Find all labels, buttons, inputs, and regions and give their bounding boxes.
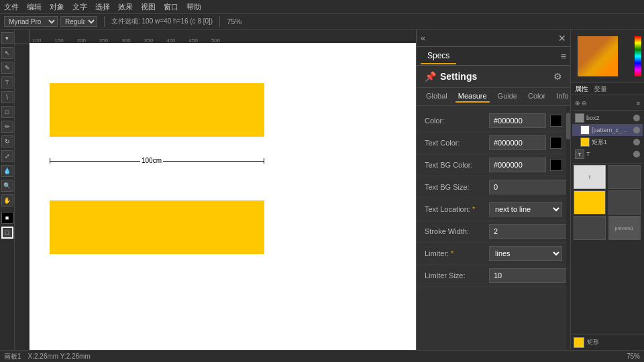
input-text-bg-size[interactable] (489, 180, 570, 194)
artboard[interactable]: 100cm (30, 43, 416, 350)
tool-brush[interactable]: ✏ (1, 121, 13, 133)
far-right-panel: 属性 变量 ⊕ ⊖ ≡ box2 (570, 29, 644, 350)
tool-stroke[interactable]: □ (1, 227, 13, 239)
font-family-select[interactable]: Myriad Pro (4, 16, 58, 27)
color-swatch-text-bg[interactable] (550, 159, 562, 171)
bottom-bar: 画板1 X:2.26mm Y:2.26mm 75% (0, 350, 644, 362)
specs-tab[interactable]: Specs (421, 48, 456, 64)
menu-edit[interactable]: 编辑 (27, 2, 42, 12)
tool-select[interactable]: ▾ (1, 32, 13, 44)
list-item[interactable]: T T (572, 148, 643, 160)
tool-zoom[interactable]: 🔍 (1, 180, 13, 192)
thumbnail-item[interactable] (574, 216, 606, 240)
font-style-select[interactable]: Regular (60, 16, 97, 27)
layer-visibility-eye[interactable] (633, 139, 640, 145)
tool-fill[interactable]: ■ (1, 212, 13, 224)
color-swatch-text-color[interactable] (550, 137, 562, 149)
tool-direct[interactable]: ↖ (1, 47, 13, 59)
specs-panel: « ✕ Specs ≡ 📌 Settings ⚙ Global Measure … (416, 29, 570, 350)
layers-header: 属性 变量 (571, 83, 644, 95)
panel-close-button[interactable]: ✕ (558, 33, 566, 44)
scrollbar-thumb[interactable] (566, 113, 570, 139)
input-limiter-size[interactable] (489, 268, 570, 283)
layers-tab-vars[interactable]: 变量 (594, 84, 607, 94)
settings-pin-icon: 📌 (425, 71, 436, 82)
color-swatch-color[interactable] (550, 115, 562, 127)
label-limiter: Limiter: (425, 249, 485, 257)
color-swatch-bar: 矩形 (571, 334, 644, 350)
menu-text[interactable]: 文字 (72, 2, 87, 12)
layer-thumb (580, 137, 590, 147)
canvas-content[interactable]: 100cm (30, 44, 416, 350)
settings-gear-icon[interactable]: ⚙ (553, 71, 562, 82)
settings-title: 📌 Settings (425, 71, 477, 82)
thumbnail-item[interactable]: T (574, 165, 606, 189)
active-color-swatch[interactable] (574, 337, 584, 348)
zoom-label: 75% (227, 17, 241, 25)
layer-visibility-eye[interactable] (633, 151, 640, 158)
layer-options-btn[interactable]: ≡ (637, 100, 640, 107)
sub-tab-measure[interactable]: Measure (455, 90, 490, 103)
sub-tab-global[interactable]: Global (423, 90, 450, 103)
menu-object[interactable]: 对象 (50, 2, 64, 12)
thumbnail-item[interactable]: preview1 (608, 216, 641, 240)
thumbnail-item[interactable] (574, 190, 606, 215)
list-item[interactable]: 矩形1 (572, 136, 643, 148)
yellow-rect-bottom[interactable] (50, 200, 264, 254)
panel-back-button[interactable]: « (421, 33, 425, 43)
tool-type[interactable]: T (1, 76, 13, 88)
tool-pen[interactable]: ✎ (1, 62, 13, 74)
menu-view[interactable]: 视图 (141, 2, 156, 12)
color-picker-area[interactable] (571, 29, 644, 83)
tool-rect[interactable]: □ (1, 106, 13, 118)
color-spectrum[interactable] (635, 36, 641, 76)
menu-select[interactable]: 选择 (95, 2, 110, 12)
tool-line[interactable]: \ (1, 91, 13, 103)
layer-visibility-eye[interactable] (633, 115, 640, 121)
tool-eyedrop[interactable]: 💧 (1, 165, 13, 177)
file-info-label: 文件选项: 100 w=40 h=16 (c 8 [0]) (111, 17, 213, 26)
layer-thumb (575, 113, 584, 123)
label-text-bg-size: Text BG Size: (425, 183, 485, 191)
label-color: Color: (425, 117, 485, 125)
specs-tab-menu-icon[interactable]: ≡ (561, 51, 566, 62)
tool-hand[interactable]: ✋ (1, 194, 13, 206)
tool-scale[interactable]: ⤢ (1, 150, 13, 162)
sub-tab-color[interactable]: Color (525, 90, 548, 103)
input-text-color[interactable] (489, 135, 546, 150)
menu-file[interactable]: 文件 (4, 2, 19, 12)
menu-help[interactable]: 帮助 (186, 2, 201, 12)
thumbnail-item[interactable] (608, 165, 641, 189)
sub-tab-guide[interactable]: Guide (495, 90, 520, 103)
input-color[interactable] (489, 113, 546, 128)
list-item[interactable]: box2 (572, 112, 643, 124)
thumbnail-item[interactable] (608, 190, 641, 215)
input-text-bg-color[interactable] (489, 158, 546, 172)
layer-visibility-eye[interactable] (633, 127, 640, 133)
color-preview[interactable] (578, 36, 618, 76)
scrollbar-track[interactable] (566, 106, 570, 350)
input-stroke-width[interactable] (489, 224, 570, 239)
layer-control-btn[interactable]: ⊕ (575, 100, 580, 107)
menu-effect[interactable]: 效果 (118, 2, 133, 12)
ruler-corner (15, 29, 30, 44)
select-limiter[interactable]: lines arrows none (489, 246, 562, 261)
select-text-location[interactable]: next to line above line below line (489, 202, 562, 217)
menu-window[interactable]: 窗口 (164, 2, 178, 12)
layer-delete-btn[interactable]: ⊖ (582, 100, 587, 107)
list-item[interactable]: [pattern_c_mask1] (572, 124, 643, 136)
tool-rotate[interactable]: ↻ (1, 135, 13, 147)
settings-row-limiter-size: Limiter Size: (417, 265, 570, 287)
panel-header: « ✕ (417, 29, 570, 47)
layer-thumb: T (575, 149, 584, 159)
sub-tab-info[interactable]: Info (553, 90, 571, 103)
settings-row-stroke-width: Stroke Width: (417, 221, 570, 243)
artboard-label: 画板1 (4, 352, 21, 361)
ruler-horizontal: 100 150 200 250 300 350 400 450 500 (30, 29, 416, 44)
layers-tab-props[interactable]: 属性 (575, 84, 588, 94)
thumbnail-grid-container: T preview1 (572, 163, 643, 241)
layer-thumb (580, 125, 590, 135)
yellow-rect-top[interactable] (50, 83, 264, 137)
zoom-bottom: 75% (627, 353, 640, 360)
canvas-area[interactable]: 100 150 200 250 300 350 400 450 500 100c… (15, 29, 416, 350)
